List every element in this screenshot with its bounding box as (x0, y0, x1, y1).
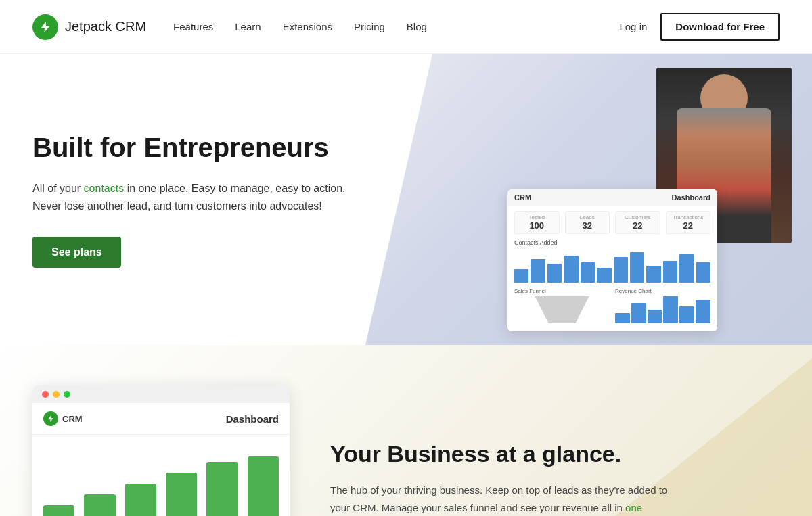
nav-pricing[interactable]: Pricing (354, 21, 385, 32)
nav-blog[interactable]: Blog (407, 21, 427, 32)
dashboard-label: Dashboard (226, 413, 279, 425)
section2-text: Your Business at a glance. The hub of yo… (330, 440, 669, 516)
section2-title: Your Business at a glance. (330, 440, 669, 468)
dot-red (42, 391, 49, 398)
hero-content: Built for Entrepreneurs All of your cont… (0, 91, 392, 308)
bolt-icon (39, 20, 52, 34)
stat-tested: Tested 100 (514, 211, 560, 234)
see-plans-button[interactable]: See plans (32, 237, 121, 268)
contacts-chart-label: Contacts Added (514, 239, 710, 246)
nav-right: Log in Download for Free (619, 13, 780, 41)
bar (581, 262, 595, 283)
contacts-bar-chart (514, 249, 710, 283)
screen-header: CRM Dashboard (508, 189, 717, 206)
screen-body: Tested 100 Leads 32 Customers 22 Transac… (508, 206, 717, 331)
crm-screen-card: CRM Dashboard Tested 100 Leads 32 Custom… (508, 189, 717, 331)
nav-learn[interactable]: Learn (235, 21, 261, 32)
section2-desc: The hub of your thriving business. Keep … (330, 482, 669, 516)
revenue-bar (166, 473, 197, 516)
stats-row: Tested 100 Leads 32 Customers 22 Transac… (514, 211, 710, 234)
crm-label: CRM (62, 414, 83, 424)
funnel-svg (514, 296, 610, 323)
hero-screenshots: CRM Dashboard Tested 100 Leads 32 Custom… (508, 68, 792, 331)
bar (696, 262, 710, 283)
sales-funnel-chart: Sales Funnel (514, 288, 610, 326)
stat-customers: Customers 22 (615, 211, 660, 234)
bar (564, 256, 578, 283)
bar (679, 254, 694, 283)
bottom-charts: Sales Funnel Revenue Chart (514, 288, 710, 326)
nav-links: Features Learn Extensions Pricing Blog (173, 21, 427, 33)
nav-features[interactable]: Features (173, 21, 213, 32)
hero-section: Built for Entrepreneurs All of your cont… (0, 54, 812, 345)
mini-bar (648, 310, 662, 323)
bar (547, 264, 562, 283)
nav-extensions[interactable]: Extensions (283, 21, 332, 32)
bar (531, 259, 545, 283)
mini-bar (696, 300, 710, 323)
revenue-bar (43, 505, 74, 516)
revenue-bar (125, 484, 156, 516)
revenue-bar (248, 456, 279, 516)
bar (614, 257, 628, 283)
download-button[interactable]: Download for Free (660, 13, 780, 41)
section2: CRM Dashboard Revenue $ Your Business at… (0, 345, 812, 516)
nav-left: Jetpack CRM Features Learn Extensions Pr… (32, 14, 427, 40)
mini-bar (663, 296, 678, 323)
bar (597, 268, 611, 283)
revenue-bars (43, 446, 279, 516)
mini-bar (679, 306, 694, 323)
revenue-mini-chart: Revenue Chart (615, 288, 710, 326)
revenue-bar (84, 494, 115, 516)
crm-bolt-icon (47, 415, 55, 423)
login-link[interactable]: Log in (619, 21, 647, 32)
revenue-chart-area (32, 435, 290, 516)
bar (646, 266, 660, 283)
logo-icon (32, 14, 58, 40)
crm-icon (43, 411, 58, 426)
revenue-bar (206, 462, 238, 516)
crm-logo: CRM (43, 411, 83, 426)
mini-bar-chart (615, 296, 710, 323)
stat-transactions: Transactions 22 (666, 211, 711, 234)
navbar: Jetpack CRM Features Learn Extensions Pr… (0, 0, 812, 54)
logo[interactable]: Jetpack CRM (32, 14, 146, 40)
stat-leads: Leads 32 (565, 211, 610, 234)
dot-yellow (53, 391, 60, 398)
bar (630, 252, 644, 283)
mini-bar (631, 303, 646, 323)
screen-crm-label: CRM (514, 193, 531, 202)
hero-description: All of your contacts in one place. Easy … (32, 180, 360, 214)
bar (514, 269, 528, 283)
logo-text: Jetpack CRM (65, 19, 146, 34)
dashboard-card: CRM Dashboard Revenue $ (32, 385, 290, 516)
screen-dashboard-label: Dashboard (672, 193, 710, 202)
hero-title: Built for Entrepreneurs (32, 131, 360, 164)
svg-marker-0 (535, 296, 589, 323)
card-titlebar (32, 385, 290, 403)
bar (663, 261, 677, 283)
card-header: CRM Dashboard (32, 403, 290, 435)
mini-bar (615, 313, 630, 323)
dot-green (64, 391, 70, 398)
